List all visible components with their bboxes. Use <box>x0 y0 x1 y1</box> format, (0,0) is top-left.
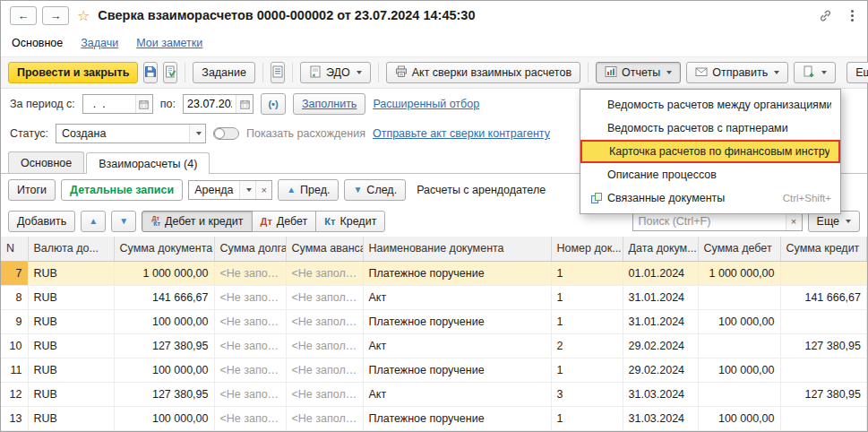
contract-clear-icon[interactable]: × <box>255 181 271 199</box>
table-cell[interactable]: RUB <box>28 285 114 309</box>
table-cell[interactable]: 29.02.2024 <box>623 358 698 382</box>
window-more-icon[interactable] <box>847 8 858 23</box>
table-cell[interactable]: 100 000,00 <box>698 309 780 333</box>
table-cell[interactable]: 31.01.2024 <box>623 285 698 309</box>
create-based-on-button[interactable] <box>794 62 836 83</box>
table-row[interactable]: 11RUB100 000,00<Не запол...<Не заполн...… <box>1 358 867 382</box>
table-cell[interactable]: RUB <box>28 358 114 382</box>
column-header-debit-sum[interactable]: Сумма дебет <box>698 237 780 261</box>
row-number-cell[interactable]: 13 <box>1 406 28 430</box>
row-number-cell[interactable]: 11 <box>1 358 28 382</box>
menu-item-financial-instruments-card[interactable]: Карточка расчетов по финансовым инструме… <box>580 140 840 163</box>
previous-button[interactable]: ▲Пред. <box>278 179 339 201</box>
table-cell[interactable]: 100 000,00 <box>114 358 214 382</box>
task-button[interactable]: Задание <box>193 62 255 83</box>
table-cell[interactable]: 100 000,00 <box>114 309 214 333</box>
credit-button[interactable]: КтКредит <box>315 211 385 232</box>
table-cell[interactable]: 127 380,95 <box>114 382 214 406</box>
column-header-currency[interactable]: Валюта до... <box>28 237 114 261</box>
debit-button[interactable]: ДтДебет <box>252 211 317 232</box>
nav-tab-notes[interactable]: Мои заметки <box>136 37 202 49</box>
reconciliation-act-button[interactable]: Акт сверки взаимных расчетов <box>386 62 580 83</box>
post-and-close-button[interactable]: Провести и закрыть <box>8 62 138 83</box>
post-document-button[interactable] <box>163 62 177 83</box>
tab-settlements[interactable]: Взаиморасчеты (4) <box>86 152 210 174</box>
table-cell[interactable]: 1 <box>551 358 623 382</box>
search-clear-icon[interactable]: × <box>786 212 802 230</box>
send-dropdown-button[interactable]: Отправить <box>686 62 788 83</box>
column-header-doc-number[interactable]: Номер док... <box>551 237 623 261</box>
contract-combobox[interactable]: Аренда × <box>188 180 272 200</box>
row-number-cell[interactable]: 10 <box>1 333 28 358</box>
status-dropdown-icon[interactable] <box>189 125 205 143</box>
column-header-credit-sum[interactable]: Сумма кредит <box>780 237 867 261</box>
table-cell[interactable]: 1 <box>551 406 623 430</box>
table-cell[interactable]: 31.01.2024 <box>623 309 698 333</box>
table-cell[interactable]: <Не заполн... <box>286 382 363 406</box>
table-cell[interactable] <box>780 406 867 430</box>
table-cell[interactable]: <Не запол... <box>214 285 286 309</box>
save-button[interactable] <box>143 62 158 83</box>
table-cell[interactable]: <Не заполн... <box>286 285 363 309</box>
table-cell[interactable]: 1 000 000,00 <box>698 261 780 285</box>
detailed-records-button[interactable]: Детальные записи <box>61 179 183 201</box>
document-list-button[interactable] <box>271 62 285 83</box>
search-input[interactable] <box>633 215 786 228</box>
table-cell[interactable]: 3 <box>551 382 623 406</box>
column-header-advance-sum[interactable]: Сумма аванса <box>286 237 363 261</box>
table-cell[interactable]: 1 <box>551 309 623 333</box>
nav-tab-main[interactable]: Основное <box>12 37 63 49</box>
table-cell[interactable]: <Не запол... <box>214 406 286 430</box>
table-cell[interactable]: <Не заполн... <box>286 309 363 333</box>
column-header-doc-date[interactable]: Дата докум... <box>623 237 698 261</box>
table-row[interactable]: 13RUB100 000,00<Не запол...<Не заполн...… <box>1 406 867 430</box>
send-act-link[interactable]: Отправьте акт сверки контрагенту <box>373 127 550 140</box>
table-row[interactable]: 9RUB100 000,00<Не запол...<Не заполн...П… <box>1 309 867 333</box>
table-cell[interactable] <box>698 333 780 358</box>
table-cell[interactable]: RUB <box>28 261 114 285</box>
table-cell[interactable]: 29.02.2024 <box>623 333 698 358</box>
table-cell[interactable]: 2 <box>551 333 623 358</box>
show-discrepancies-toggle[interactable] <box>213 127 239 140</box>
period-from-input[interactable] <box>83 98 135 110</box>
next-button[interactable]: ▼След. <box>344 179 406 201</box>
table-cell[interactable] <box>698 382 780 406</box>
table-cell[interactable] <box>780 309 867 333</box>
table-row[interactable]: 8RUB141 666,67<Не запол...<Не заполн...А… <box>1 285 867 309</box>
move-down-button[interactable]: ▼ <box>111 211 136 232</box>
debit-and-credit-button[interactable]: ДтКт Дебет и кредит <box>142 211 252 232</box>
period-to-input[interactable] <box>184 98 236 110</box>
table-cell[interactable]: 127 380,95 <box>780 382 867 406</box>
totals-button[interactable]: Итоги <box>8 179 56 201</box>
move-up-button[interactable]: ▲ <box>81 211 106 232</box>
table-row[interactable]: 10RUB127 380,95<Не запол...<Не заполн...… <box>1 333 867 358</box>
table-cell[interactable]: RUB <box>28 333 114 358</box>
menu-item-process-description[interactable]: Описание процессов <box>580 163 840 186</box>
table-cell[interactable]: <Не запол... <box>214 333 286 358</box>
row-number-cell[interactable]: 8 <box>1 285 28 309</box>
column-header-number[interactable]: N <box>1 237 28 261</box>
table-cell[interactable]: <Не заполн... <box>286 358 363 382</box>
table-cell[interactable]: 141 666,67 <box>780 285 867 309</box>
add-button[interactable]: Добавить <box>8 211 75 232</box>
forward-button[interactable]: → <box>42 6 69 25</box>
table-cell[interactable]: 31.03.2024 <box>623 406 698 430</box>
table-cell[interactable]: 141 666,67 <box>114 285 214 309</box>
table-cell[interactable]: 100 000,00 <box>698 358 780 382</box>
table-cell[interactable]: Акт <box>363 333 551 358</box>
row-number-cell[interactable]: 7 <box>1 261 28 285</box>
edo-dropdown-button[interactable]: ЭДО <box>300 62 371 83</box>
table-cell[interactable]: <Не заполн... <box>286 261 363 285</box>
table-cell[interactable]: <Не запол... <box>214 309 286 333</box>
table-cell[interactable]: Платежное поручение <box>363 261 551 285</box>
table-cell[interactable]: Платежное поручение <box>363 309 551 333</box>
table-cell[interactable]: 1 <box>551 261 623 285</box>
table-cell[interactable]: <Не заполн... <box>286 333 363 358</box>
table-cell[interactable]: <Не заполн... <box>286 406 363 430</box>
row-number-cell[interactable]: 9 <box>1 309 28 333</box>
advanced-filter-link[interactable]: Расширенный отбор <box>373 98 479 110</box>
table-cell[interactable]: Акт <box>363 285 551 309</box>
more-button[interactable]: Еще <box>847 62 868 83</box>
table-row[interactable]: 12RUB127 380,95<Не запол...<Не заполн...… <box>1 382 867 406</box>
table-cell[interactable]: 127 380,95 <box>114 333 214 358</box>
